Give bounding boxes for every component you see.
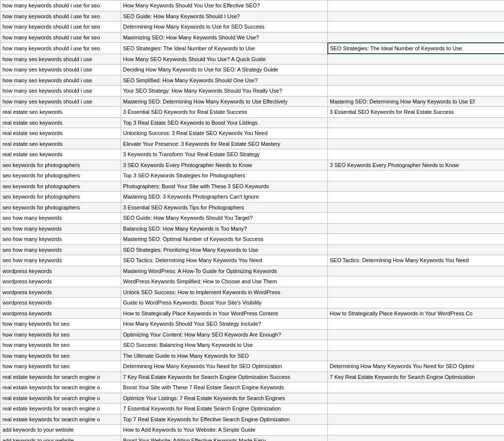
suggested-cell	[328, 350, 504, 361]
keyword-cell: wordpress keywords	[0, 276, 121, 287]
title-cell: Boost Your Website: Adding Effective Key…	[121, 435, 328, 441]
keyword-cell: wordpress keywords	[0, 308, 121, 319]
keyword-cell: how many keywords for seo	[0, 340, 121, 351]
keyword-cell: seo keywords for photographers	[0, 160, 121, 170]
title-cell: Unlocking Success: 3 Real Estate SEO Key…	[121, 128, 328, 139]
suggested-cell: SEO Tactics: Determining How Many Keywor…	[328, 255, 504, 266]
keyword-cell: how many keywords should i use for seo	[0, 11, 121, 22]
suggested-cell	[328, 404, 504, 414]
suggested-cell: 7 Key Real Estate Keywords for Search En…	[328, 372, 504, 382]
keyword-cell: seo keywords for photographers	[0, 170, 121, 181]
keyword-cell: real estate keywords for search engine o	[0, 393, 121, 404]
suggested-cell	[328, 181, 504, 192]
suggested-cell	[328, 287, 504, 298]
suggested-cell	[328, 128, 504, 139]
suggested-cell	[328, 54, 504, 65]
title-cell: Photographers: Boost Your Site with Thes…	[121, 181, 328, 192]
title-cell: Top 3 Real Estate SEO Keywords to Boost …	[121, 117, 328, 128]
title-cell: WordPress Keywords Simplified: How to Ch…	[121, 276, 328, 287]
title-cell: Mastering SEO: Optimal Number of Keyword…	[121, 234, 328, 245]
suggested-cell	[328, 213, 504, 224]
title-cell: 3 Essential SEO Keywords for Real Estate…	[121, 107, 328, 118]
title-cell: How Many Keywords Should You Use for Eff…	[121, 0, 328, 11]
keyword-cell: real estate seo keywords	[0, 128, 121, 139]
keyword-cell: how many keywords for seo	[0, 319, 121, 330]
keyword-cell: wordpress keywords	[0, 298, 121, 308]
keyword-cell: seo keywords for photographers	[0, 181, 121, 192]
title-cell: 7 Key Real Estate Keywords for Search En…	[121, 372, 328, 382]
main-table-container: how many keywords should i use for seoHo…	[0, 0, 504, 441]
keyword-cell: how many keywords for seo	[0, 361, 121, 372]
keyword-cell: add keywords to your website	[0, 425, 121, 436]
title-cell: Boost Your Site with These 7 Real Estate…	[121, 382, 328, 393]
keyword-cell: how many seo keywords should i use	[0, 54, 121, 65]
title-cell: Optimizing Your Content: How Many SEO Ke…	[121, 329, 328, 340]
title-cell: 3 Keywords to Transform Your Real Estate…	[121, 149, 328, 160]
title-cell: SEO Guide: How Many Keywords Should You …	[121, 213, 328, 224]
suggested-cell	[328, 11, 504, 22]
title-cell: Mastering SEO: 3 Keywords Photographers …	[121, 192, 328, 203]
title-cell: Top 7 Real Estate Keywords for Effective…	[121, 414, 328, 425]
title-cell: How to Add Keywords to Your Website: A S…	[121, 425, 328, 436]
keyword-cell: seo keywords for photographers	[0, 202, 121, 213]
suggested-cell	[328, 170, 504, 181]
keyword-cell: real estate keywords for search engine o	[0, 404, 121, 414]
title-cell: How Many SEO Keywords Should You Use? A …	[121, 54, 328, 65]
title-cell: Elevate Your Presence: 3 Keywords for Re…	[121, 138, 328, 149]
suggested-cell	[328, 425, 504, 436]
keyword-cell: seo how many keywords	[0, 223, 121, 234]
keyword-cell: wordpress keywords	[0, 266, 121, 276]
suggested-cell: 3 Essential SEO Keywords for Real Estate…	[328, 107, 504, 118]
suggested-cell: Mastering SEO: Determining How Many Keyw…	[328, 96, 504, 107]
keyword-cell: how many keywords should i use for seo	[0, 0, 121, 11]
title-cell: The Ultimate Guide to How Many Keywords …	[121, 350, 328, 361]
suggested-cell	[328, 435, 504, 441]
keyword-cell: seo how many keywords	[0, 255, 121, 266]
suggested-cell	[328, 298, 504, 308]
keyword-cell: seo how many keywords	[0, 244, 121, 255]
suggested-cell	[328, 202, 504, 213]
suggested-cell	[328, 149, 504, 160]
title-cell: Mastering WordPress: A How-To Guide for …	[121, 266, 328, 276]
keyword-cell: how many seo keywords should i use	[0, 65, 121, 75]
keyword-cell: how many keywords should i use for seo	[0, 22, 121, 33]
suggested-cell	[328, 234, 504, 245]
suggested-cell	[328, 32, 504, 43]
title-cell: SEO Strategies: Prioritizing How Many Ke…	[121, 244, 328, 255]
keyword-cell: wordpress keywords	[0, 287, 121, 298]
title-cell: SEO Success: Balancing How Many Keywords…	[121, 340, 328, 351]
suggested-cell: Determining How Many Keywords You Need f…	[328, 361, 504, 372]
title-cell: Balancing SEO: How Many Keywords is Too …	[121, 223, 328, 234]
keyword-cell: how many keywords for seo	[0, 329, 121, 340]
title-cell: SEO Tactics: Determining How Many Keywor…	[121, 255, 328, 266]
keyword-cell: real estate seo keywords	[0, 107, 121, 118]
title-cell: Top 3 SEO Keywords Strategies for Photog…	[121, 170, 328, 181]
suggested-cell	[328, 276, 504, 287]
suggested-cell	[328, 382, 504, 393]
data-table: how many keywords should i use for seoHo…	[0, 0, 504, 441]
suggested-cell: 3 SEO Keywords Every Photographer Needs …	[328, 160, 504, 170]
title-cell: Optimize Your Listings: 7 Real Estate Ke…	[121, 393, 328, 404]
suggested-cell: How to Strategically Place Keywords in Y…	[328, 308, 504, 319]
suggested-cell	[328, 86, 504, 97]
keyword-cell: how many seo keywords should i use	[0, 96, 121, 107]
keyword-cell: seo how many keywords	[0, 213, 121, 224]
keyword-cell: seo keywords for photographers	[0, 192, 121, 203]
keyword-cell: how many keywords for seo	[0, 350, 121, 361]
keyword-cell: add keywords to your website	[0, 435, 121, 441]
suggested-cell	[328, 329, 504, 340]
title-cell: Determining How Many Keywords You Need f…	[121, 361, 328, 372]
suggested-cell	[328, 244, 504, 255]
title-cell: Maximizing SEO: How Many Keywords Should…	[121, 32, 328, 43]
suggested-cell	[328, 138, 504, 149]
keyword-cell: real estate seo keywords	[0, 117, 121, 128]
title-cell: Determining How Many Keywords to Use for…	[121, 22, 328, 33]
title-cell: 3 SEO Keywords Every Photographer Needs …	[121, 160, 328, 170]
title-cell: Mastering SEO: Determining How Many Keyw…	[121, 96, 328, 107]
title-cell: 7 Essential Keywords for Real Estate Sea…	[121, 404, 328, 414]
title-cell: Unlock SEO Success: How to Implement Key…	[121, 287, 328, 298]
suggested-cell	[328, 319, 504, 330]
suggested-cell	[328, 0, 504, 11]
keyword-cell: real estate seo keywords	[0, 149, 121, 160]
suggested-cell	[328, 266, 504, 276]
